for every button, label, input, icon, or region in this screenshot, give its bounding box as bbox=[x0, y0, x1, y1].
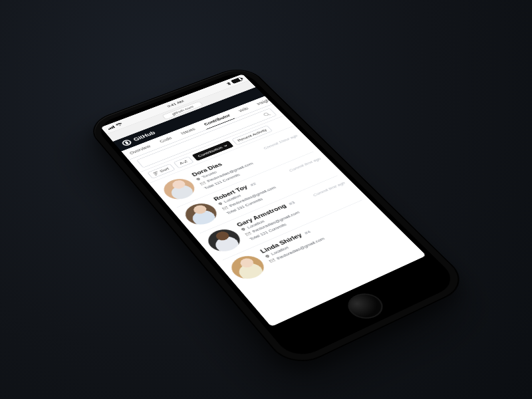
location-icon bbox=[196, 178, 201, 181]
contributor-email: thedoradias@gmail.com bbox=[275, 236, 326, 261]
location-icon bbox=[241, 227, 246, 231]
tab-label: Code bbox=[158, 136, 173, 144]
contributor-rank: #3 bbox=[287, 200, 295, 205]
sort-label: Sort bbox=[159, 167, 170, 174]
contributor-commits: Total 131 Commits bbox=[225, 197, 264, 215]
contributor-location: Location bbox=[270, 245, 290, 257]
avatar[interactable] bbox=[225, 252, 270, 283]
email-icon bbox=[269, 259, 275, 263]
email-icon bbox=[200, 182, 206, 186]
tab-label: Wiki bbox=[237, 106, 249, 113]
svg-rect-4 bbox=[245, 231, 251, 236]
svg-rect-5 bbox=[269, 259, 275, 263]
phone-device: 9:41 AM github.com GitHub O bbox=[85, 65, 471, 370]
svg-rect-3 bbox=[221, 206, 228, 210]
contributor-name: Linda Shirley bbox=[259, 232, 303, 254]
commit-time: Commit time ago bbox=[312, 181, 358, 209]
chevron-down-icon bbox=[223, 144, 228, 148]
az-label: A-Z bbox=[178, 160, 188, 166]
svg-point-0 bbox=[263, 112, 269, 116]
search-icon bbox=[262, 111, 271, 117]
location-icon bbox=[217, 202, 223, 206]
contributor-rank: #4 bbox=[303, 229, 312, 235]
contributor-email: thedoradias@gmail.com bbox=[251, 210, 301, 233]
contributor-name: Gary Armstrong bbox=[235, 203, 288, 227]
list-item[interactable]: Linda Shirley #4 Location thedoradias@gm… bbox=[222, 200, 387, 287]
svg-line-1 bbox=[268, 114, 271, 115]
tab-label: Issues bbox=[180, 127, 196, 136]
sort-icon bbox=[152, 171, 160, 176]
avatar[interactable] bbox=[158, 176, 200, 203]
email-icon bbox=[245, 231, 251, 236]
screen: 9:41 AM github.com GitHub O bbox=[100, 74, 426, 327]
signal-icon bbox=[107, 126, 115, 130]
contributor-location: Location bbox=[246, 219, 266, 229]
bluetooth-icon bbox=[225, 82, 231, 86]
github-logo-icon[interactable] bbox=[120, 139, 132, 147]
avatar[interactable] bbox=[202, 225, 245, 255]
email-icon bbox=[221, 206, 228, 210]
wifi-icon bbox=[115, 122, 123, 127]
avatar[interactable] bbox=[180, 200, 223, 228]
home-button[interactable] bbox=[341, 289, 389, 324]
location-icon bbox=[265, 254, 271, 258]
contributor-commits: Total 131 Commits bbox=[248, 222, 287, 241]
